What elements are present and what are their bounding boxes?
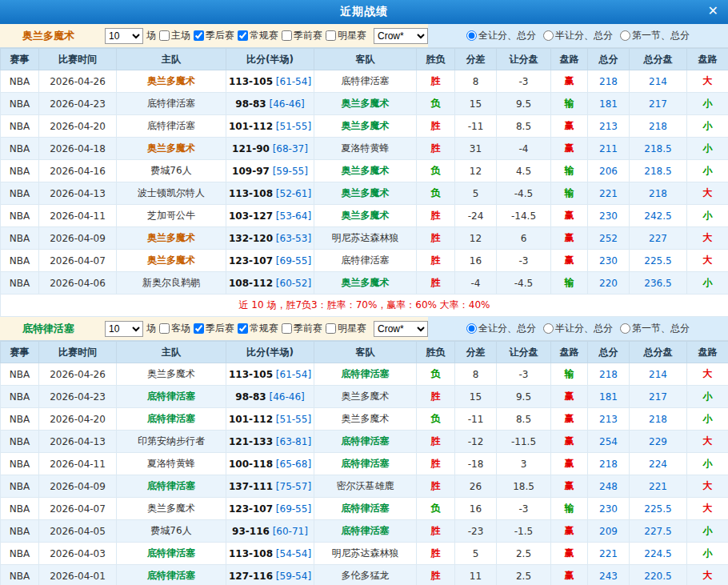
over-under-cell: 大	[687, 182, 728, 205]
score-cell: 113-105 [61-54]	[226, 70, 314, 93]
checkbox-preseason[interactable]	[282, 30, 292, 41]
filter-checkbox-preseason[interactable]: 季前赛	[282, 29, 322, 42]
date-cell: 2026-04-13	[39, 431, 117, 453]
home-team-cell: 印第安纳步行者	[117, 431, 226, 453]
radio-label: 全让分、总分	[478, 29, 536, 42]
point-diff-cell: -18	[455, 453, 497, 475]
filter-checkbox-regular-season[interactable]: 常规赛	[238, 29, 278, 42]
total-line-cell: 225.5	[630, 250, 687, 272]
over-under-cell: 大	[687, 475, 728, 498]
filter-radio-half-handicap-total[interactable]: 半让分、总分	[543, 322, 613, 335]
filter-radio-first-quarter-total[interactable]: 第一节、总分	[620, 29, 690, 42]
panel-titlebar: 近期战绩 ✕	[0, 0, 728, 24]
odds-company-select[interactable]: Crow*	[374, 321, 428, 337]
away-team-cell: 底特律活塞	[314, 431, 417, 453]
checkbox-away-games[interactable]	[159, 323, 170, 334]
point-diff-cell: -11	[455, 408, 497, 431]
half-score: [60-52]	[273, 278, 311, 289]
filter-checkbox-home-games[interactable]: 主场	[159, 29, 190, 42]
radio-half-handicap-total[interactable]	[543, 323, 554, 334]
game-row: NBA2026-04-09奥兰多魔术132-120 [63-53]明尼苏达森林狼…	[1, 227, 728, 250]
win-loss-cell: 胜	[417, 453, 455, 475]
team-section-2: 底特律活塞10场客场季后赛常规赛季前赛明星赛Crow*全让分、总分半让分、总分第…	[0, 317, 728, 585]
filter-bar: 奥兰多魔术10场主场季后赛常规赛季前赛明星赛Crow*全让分、总分半让分、总分第…	[0, 24, 728, 48]
total-points-cell: 213	[588, 115, 630, 138]
handicap-result-cell: 赢	[551, 408, 588, 431]
filter-checkbox-preseason[interactable]: 季前赛	[282, 322, 322, 335]
checkbox-home-games[interactable]	[159, 30, 170, 41]
date-cell: 2026-04-09	[39, 227, 117, 250]
games-count-select[interactable]: 10	[105, 321, 143, 337]
radio-first-quarter-total[interactable]	[620, 323, 630, 334]
handicap-result-cell: 赢	[551, 386, 588, 408]
score-cell: 103-127 [53-64]	[226, 205, 314, 227]
checkbox-playoffs[interactable]	[194, 30, 204, 41]
over-under-cell: 大	[687, 363, 728, 386]
filter-radio-first-quarter-total[interactable]: 第一节、总分	[620, 322, 690, 335]
filter-checkbox-regular-season[interactable]: 常规赛	[238, 322, 278, 335]
final-score: 113-105	[229, 76, 273, 87]
final-score: 109-97	[232, 166, 270, 177]
filter-radio-full-handicap-total[interactable]: 全让分、总分	[466, 322, 536, 335]
close-icon[interactable]: ✕	[708, 5, 718, 18]
total-points-cell: 252	[588, 227, 630, 250]
away-team-cell: 奥兰多魔术	[314, 160, 417, 182]
filter-checkbox-allstar[interactable]: 明星赛	[326, 29, 366, 42]
radio-full-handicap-total[interactable]	[466, 323, 477, 334]
total-line-cell: 218.5	[630, 138, 687, 160]
total-line-cell: 214	[630, 363, 687, 386]
checkbox-preseason[interactable]	[282, 323, 292, 334]
filter-checkbox-playoffs[interactable]: 季后赛	[194, 322, 234, 335]
table-header-row: 赛事比赛时间主队比分(半场)客队胜负分差让分盘盘路总分总分盘盘路	[1, 49, 728, 70]
total-points-cell: 218	[588, 453, 630, 475]
checkbox-regular-season[interactable]	[238, 323, 248, 334]
checkbox-label: 季前赛	[294, 322, 322, 335]
games-count-select[interactable]: 10	[105, 28, 143, 44]
win-loss-cell: 胜	[417, 272, 455, 295]
score-cell: 98-83 [46-46]	[226, 93, 314, 115]
column-header-8: 盘路	[551, 342, 588, 363]
radio-first-quarter-total[interactable]	[620, 30, 630, 41]
score-cell: 121-133 [63-81]	[226, 431, 314, 453]
radio-label: 第一节、总分	[632, 322, 690, 335]
filter-checkbox-allstar[interactable]: 明星赛	[326, 322, 366, 335]
over-under-cell: 小	[687, 408, 728, 431]
handicap-result-cell: 输	[551, 363, 588, 386]
checkbox-allstar[interactable]	[326, 30, 336, 41]
filter-radio-half-handicap-total[interactable]: 半让分、总分	[543, 29, 613, 42]
point-diff-cell: -4	[455, 272, 497, 295]
date-cell: 2026-04-23	[39, 93, 117, 115]
date-cell: 2026-04-07	[39, 250, 117, 272]
filter-radio-full-handicap-total[interactable]: 全让分、总分	[466, 29, 536, 42]
total-points-cell: 211	[588, 138, 630, 160]
column-header-7: 让分盘	[497, 49, 551, 70]
filter-checkbox-playoffs[interactable]: 季后赛	[194, 29, 234, 42]
total-line-cell: 236.5	[630, 272, 687, 295]
score-cell: 123-107 [69-55]	[226, 498, 314, 520]
away-team-cell: 奥兰多魔术	[314, 272, 417, 295]
game-row: NBA2026-04-07奥兰多魔术123-107 [69-55]底特律活塞胜1…	[1, 250, 728, 272]
filter-checkbox-away-games[interactable]: 客场	[159, 322, 190, 335]
league-cell: NBA	[1, 205, 39, 227]
radio-full-handicap-total[interactable]	[466, 30, 477, 41]
home-team-cell: 奥兰多魔术	[117, 250, 226, 272]
final-score: 113-108	[229, 548, 273, 559]
total-points-cell: 181	[588, 93, 630, 115]
game-row: NBA2026-04-26奥兰多魔术113-105 [61-54]底特律活塞负8…	[1, 363, 728, 386]
home-team-cell: 奥兰多魔术	[117, 363, 226, 386]
checkbox-regular-season[interactable]	[238, 30, 248, 41]
home-team-cell: 奥兰多魔术	[117, 138, 226, 160]
checkbox-playoffs[interactable]	[194, 323, 204, 334]
score-cell: 101-112 [51-55]	[226, 408, 314, 431]
over-under-cell: 小	[687, 386, 728, 408]
point-diff-cell: -23	[455, 520, 497, 543]
game-row: NBA2026-04-09底特律活塞137-111 [75-57]密尔沃基雄鹿胜…	[1, 475, 728, 498]
half-score: [51-55]	[273, 121, 311, 132]
date-cell: 2026-04-07	[39, 498, 117, 520]
score-cell: 123-107 [69-55]	[226, 250, 314, 272]
checkbox-allstar[interactable]	[326, 323, 336, 334]
odds-company-select[interactable]: Crow*	[374, 28, 428, 44]
date-cell: 2026-04-01	[39, 565, 117, 585]
point-diff-cell: 8	[455, 70, 497, 93]
radio-half-handicap-total[interactable]	[543, 30, 554, 41]
